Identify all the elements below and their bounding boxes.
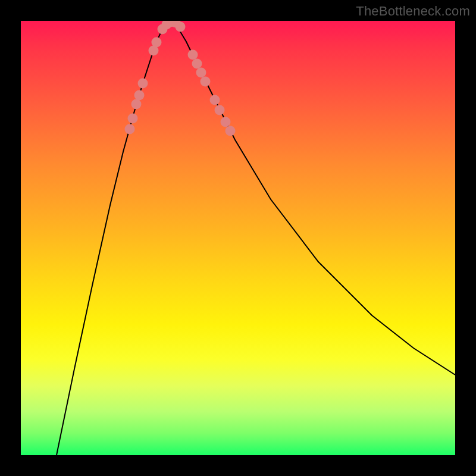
data-dots — [125, 21, 236, 136]
watermark-text: TheBottleneck.com — [356, 4, 470, 19]
data-point — [176, 22, 186, 32]
data-point — [134, 90, 145, 101]
data-point — [152, 37, 162, 48]
chart-svg — [21, 21, 455, 455]
data-point — [226, 126, 236, 136]
data-point — [128, 114, 138, 124]
data-point — [125, 124, 135, 134]
data-point — [131, 99, 142, 109]
data-point — [196, 68, 206, 78]
data-point — [192, 59, 202, 69]
data-point — [215, 105, 225, 115]
data-point — [188, 50, 198, 60]
plot-area — [21, 21, 455, 455]
curve-left — [57, 22, 171, 455]
data-point — [201, 77, 211, 87]
data-point — [221, 117, 231, 127]
chart-frame: TheBottleneck.com — [0, 0, 476, 476]
data-point — [138, 79, 148, 89]
data-point — [210, 95, 220, 105]
curve-right — [171, 22, 455, 375]
